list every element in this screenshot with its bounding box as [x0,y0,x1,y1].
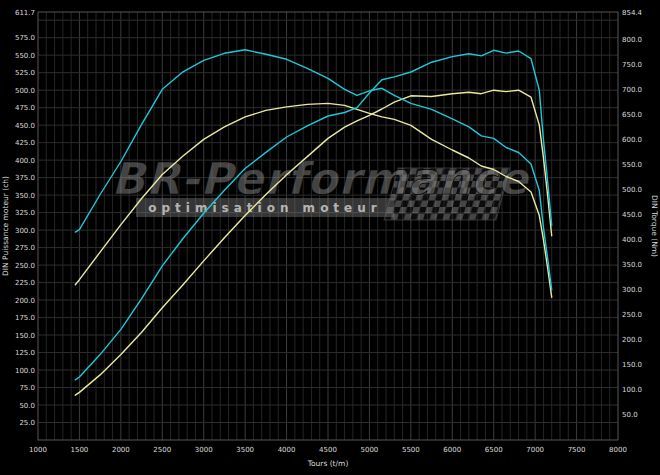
x-tick-label: 5500 [402,446,420,454]
y-right-tick-label: 100.0 [622,386,642,394]
y-left-tick-label: 100.0 [15,367,35,375]
y-right-tick-label: 200.0 [622,336,642,344]
grid [38,12,618,440]
y-left-tick-label: 611.7 [15,9,35,17]
y-left-axis-title: DIN Puissance moteur (ch) [1,176,10,276]
y-right-tick-label: 500.0 [622,186,642,194]
y-right-tick-label: 750.0 [622,61,642,69]
y-left-tick-label: 350.0 [15,192,35,200]
watermark-tagline-text: optimisation moteur [148,201,381,215]
y-left-tick-label: 375.0 [15,174,35,182]
y-left-tick-label: 500.0 [15,87,35,95]
x-tick-label: 1500 [71,446,89,454]
y-right-tick-label: 400.0 [622,236,642,244]
y-left-tick-label: 275.0 [15,244,35,252]
y-right-tick-label: 800.0 [622,36,642,44]
x-axis-title: Tours (t/m) [307,459,349,468]
x-tick-label: 2000 [112,446,130,454]
y-left-tick-label: 150.0 [15,332,35,340]
y-right-tick-label: 50.0 [622,411,638,419]
x-tick-label: 7000 [526,446,544,454]
y-right-tick-label: 250.0 [622,311,642,319]
x-tick-label: 4000 [278,446,296,454]
y-right-tick-label: 854.4 [622,9,643,17]
y-right-tick-label: 600.0 [622,136,642,144]
y-left-tick-label: 75.0 [19,384,35,392]
y-left-tick-label: 50.0 [19,402,35,410]
y-right-tick-label: 700.0 [622,86,642,94]
x-tick-label: 3500 [236,446,254,454]
y-right-tick-label: 450.0 [622,211,642,219]
y-left-tick-label: 525.0 [15,69,35,77]
x-tick-label: 6000 [443,446,461,454]
y-left-tick-label: 200.0 [15,297,35,305]
y-right-tick-label: 550.0 [622,161,642,169]
watermark-brand-text: BR-Performance [111,153,530,204]
y-left-tick-label: 450.0 [15,122,35,130]
curves [75,50,551,395]
y-right-tick-label: 300.0 [622,286,642,294]
x-tick-label: 5000 [361,446,379,454]
x-tick-label: 6500 [485,446,503,454]
y-left-tick-label: 575.0 [15,34,35,42]
y-left-tick-label: 400.0 [15,157,35,165]
y-left-tick-label: 175.0 [15,314,35,322]
y-right-tick-label: 650.0 [622,111,642,119]
y-right-tick-label: 350.0 [622,261,642,269]
x-tick-label: 3000 [195,446,213,454]
x-tick-label: 8000 [609,446,627,454]
y-left-tick-label: 250.0 [15,262,35,270]
y-left-tick-label: 550.0 [15,52,35,60]
chart-canvas: BR-Performance optimisation moteur 611.7… [0,0,660,475]
x-tick-label: 1000 [29,446,47,454]
y-left-tick-label: 225.0 [15,279,35,287]
y-left-tick-label: 25.0 [19,419,35,427]
y-left-tick-label: 475.0 [15,104,35,112]
y-left-tick-label: 325.0 [15,209,35,217]
y-left-tick-label: 425.0 [15,139,35,147]
y-left-tick-label: 300.0 [15,227,35,235]
x-tick-label: 7500 [568,446,586,454]
x-tick-label: 2500 [153,446,171,454]
y-right-tick-label: 150.0 [622,361,642,369]
y-right-axis-title: DIN Torque (Nm) [650,195,659,257]
y-left-tick-label: 125.0 [15,349,35,357]
dyno-chart: BR-Performance optimisation moteur 611.7… [0,0,660,475]
x-tick-label: 4500 [319,446,337,454]
